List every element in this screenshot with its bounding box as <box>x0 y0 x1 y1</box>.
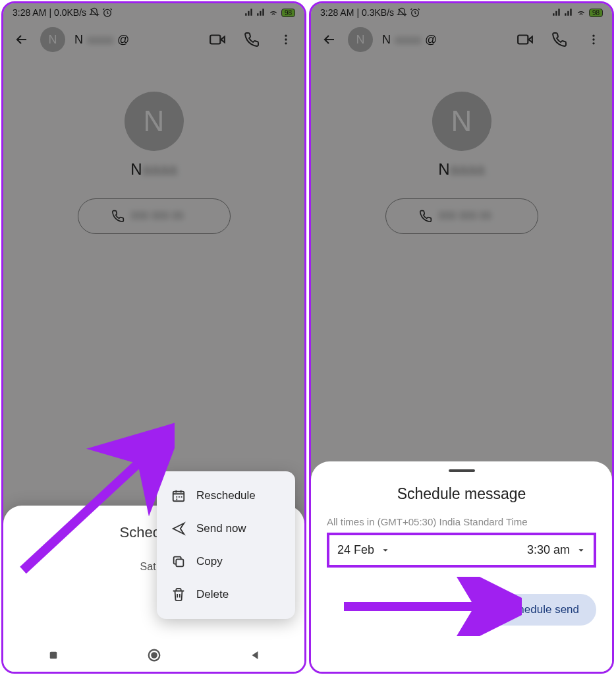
menu-send-now[interactable]: Send now <box>159 512 293 545</box>
contact-info: N Naaaa 999 999 99 <box>3 59 304 247</box>
dnd-icon <box>89 7 99 18</box>
more-button[interactable] <box>277 30 295 49</box>
svg-point-14 <box>592 35 594 37</box>
svg-rect-9 <box>49 652 57 659</box>
video-call-button[interactable] <box>208 30 227 49</box>
nav-bar <box>3 639 304 672</box>
svg-point-11 <box>152 653 156 657</box>
avatar[interactable]: N <box>40 27 65 52</box>
schedule-sheet: Schedule message All times in (GMT+05:30… <box>311 461 612 672</box>
conversation-header: N Naaaa @ <box>311 20 612 59</box>
svg-point-3 <box>285 38 287 40</box>
back-button[interactable] <box>13 30 31 49</box>
contact-name: Naaaa <box>130 160 177 179</box>
call-button[interactable] <box>242 30 261 49</box>
timezone-note: All times in (GMT+05:30) India Standard … <box>327 516 596 527</box>
contact-phone-pill[interactable]: 999 999 99 <box>385 198 538 234</box>
svg-rect-1 <box>210 36 220 44</box>
battery-icon: 98 <box>281 9 295 17</box>
time-picker[interactable]: 3:30 am <box>527 543 586 557</box>
status-net: 0.3KB/s <box>362 7 394 18</box>
contact-name-header[interactable]: Naaaa @ <box>74 33 129 47</box>
chevron-down-icon <box>576 546 586 555</box>
menu-delete[interactable]: Delete <box>159 578 293 611</box>
datetime-row: 24 Feb 3:30 am <box>327 533 596 568</box>
video-call-button[interactable] <box>516 30 534 49</box>
signal-icon <box>552 8 561 17</box>
phone-left: 3:28 AM | 0.0KB/s 98 <box>1 1 306 674</box>
schedule-send-button[interactable]: Schedule send <box>488 594 596 626</box>
status-bar: 3:28 AM | 0.0KB/s 98 <box>3 3 304 20</box>
svg-point-4 <box>285 42 287 44</box>
contact-phone-pill[interactable]: 999 999 99 <box>78 198 231 234</box>
wifi-icon <box>268 7 279 18</box>
more-button[interactable] <box>584 30 603 49</box>
signal-icon <box>564 8 573 17</box>
signal-icon <box>256 8 266 17</box>
alarm-icon <box>410 7 420 18</box>
chevron-down-icon <box>381 546 390 555</box>
call-button[interactable] <box>550 30 569 49</box>
back-button[interactable] <box>320 30 339 49</box>
avatar[interactable]: N <box>348 27 373 52</box>
avatar-large: N <box>432 92 491 151</box>
nav-back[interactable] <box>249 649 261 661</box>
context-menu: Reschedule Send now Copy Delete <box>157 471 295 619</box>
contact-name-header[interactable]: Naaaa @ <box>382 33 437 47</box>
svg-point-2 <box>285 35 287 37</box>
sheet-title: Schedule message <box>327 485 596 503</box>
svg-point-16 <box>592 42 594 44</box>
nav-home[interactable] <box>147 648 161 662</box>
svg-rect-6 <box>173 492 184 502</box>
status-time: 3:28 AM <box>320 7 354 18</box>
calendar-icon <box>171 488 186 503</box>
status-net: 0.0KB/s <box>54 7 86 18</box>
status-time: 3:28 AM <box>13 7 46 18</box>
menu-copy[interactable]: Copy <box>159 545 293 578</box>
status-bar: 3:28 AM | 0.3KB/s 98 <box>311 3 612 20</box>
nav-recent[interactable] <box>47 649 59 661</box>
date-picker[interactable]: 24 Feb <box>337 543 390 557</box>
svg-rect-13 <box>518 36 528 44</box>
signal-icon <box>244 8 254 17</box>
wifi-icon <box>576 7 586 18</box>
conversation-header: N Naaaa @ <box>3 20 304 59</box>
svg-point-15 <box>592 38 594 40</box>
avatar-large: N <box>125 92 184 151</box>
sheet-grabber[interactable] <box>449 469 475 472</box>
menu-reschedule[interactable]: Reschedule <box>159 479 293 512</box>
svg-rect-7 <box>176 559 183 566</box>
phone-right: 3:28 AM | 0.3KB/s 98 <box>309 1 614 674</box>
contact-name: Naaaa <box>438 160 485 179</box>
copy-icon <box>171 554 186 569</box>
send-icon <box>171 521 186 536</box>
alarm-icon <box>102 7 113 18</box>
dnd-icon <box>397 7 407 18</box>
battery-icon: 98 <box>589 9 603 17</box>
contact-info: N Naaaa 999 999 99 <box>311 59 612 247</box>
trash-icon <box>171 587 186 602</box>
